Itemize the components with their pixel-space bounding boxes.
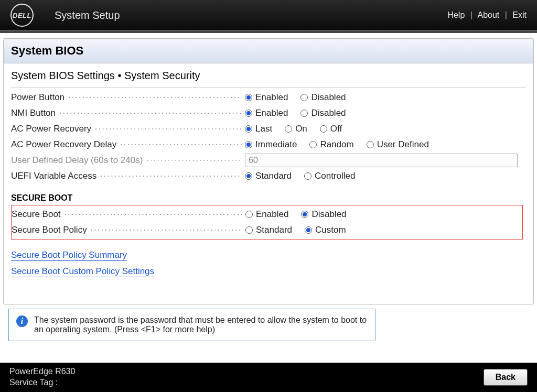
label-uefi-var-access: UEFI Variable Access bbox=[11, 171, 242, 181]
bios-card: System BIOS System BIOS Settings • Syste… bbox=[3, 38, 534, 304]
about-link[interactable]: About bbox=[477, 10, 499, 19]
exit-link[interactable]: Exit bbox=[512, 10, 527, 19]
service-tag-label: Service Tag : bbox=[9, 378, 58, 387]
radio-uefi-controlled[interactable]: Controlled bbox=[304, 171, 356, 181]
user-defined-delay-input bbox=[245, 154, 518, 167]
info-panel: i The system password is the password th… bbox=[8, 309, 375, 341]
label-secure-boot: Secure Boot bbox=[12, 209, 242, 220]
radio-delay-immediate[interactable]: Immediate bbox=[245, 139, 297, 150]
divider bbox=[0, 30, 537, 33]
radio-delay-random[interactable]: Random bbox=[309, 139, 353, 150]
radio-ac-last[interactable]: Last bbox=[245, 124, 272, 134]
label-nmi-button: NMI Button bbox=[11, 108, 242, 118]
settings-scroll-area[interactable]: Power Button Enabled Disabled NMI Button… bbox=[11, 87, 526, 297]
row-ac-recovery: AC Power Recovery Last On Off bbox=[11, 121, 523, 137]
top-links: Help | About | Exit bbox=[447, 10, 527, 20]
system-info: PowerEdge R630 Service Tag : bbox=[9, 366, 75, 388]
app-title: System Setup bbox=[55, 9, 120, 21]
radio-secureboot-disabled[interactable]: Disabled bbox=[301, 209, 346, 220]
radio-policy-custom[interactable]: Custom bbox=[305, 225, 346, 235]
bottom-bar: PowerEdge R630 Service Tag : Back bbox=[0, 363, 537, 392]
radio-policy-standard[interactable]: Standard bbox=[245, 225, 292, 235]
row-nmi-button: NMI Button Enabled Disabled bbox=[11, 105, 523, 121]
back-button[interactable]: Back bbox=[484, 369, 528, 386]
secure-boot-section-title: SECURE BOOT bbox=[11, 193, 523, 203]
row-secure-boot-policy: Secure Boot Policy Standard Custom bbox=[12, 222, 520, 238]
radio-ac-on[interactable]: On bbox=[285, 124, 307, 134]
info-text: The system password is the password that… bbox=[34, 315, 368, 334]
radio-power-button-disabled[interactable]: Disabled bbox=[300, 92, 346, 103]
card-title: System BIOS bbox=[4, 39, 533, 63]
row-ac-recovery-delay: AC Power Recovery Delay Immediate Random… bbox=[11, 137, 523, 153]
radio-uefi-standard[interactable]: Standard bbox=[245, 171, 292, 181]
label-secure-boot-policy: Secure Boot Policy bbox=[12, 225, 242, 235]
row-user-defined-delay: User Defined Delay (60s to 240s) bbox=[11, 153, 523, 168]
row-power-button: Power Button Enabled Disabled bbox=[11, 90, 523, 105]
help-link[interactable]: Help bbox=[447, 10, 465, 19]
breadcrumb: System BIOS Settings • System Security bbox=[11, 70, 526, 82]
radio-power-button-enabled[interactable]: Enabled bbox=[245, 92, 288, 103]
radio-ac-off[interactable]: Off bbox=[320, 124, 342, 134]
secure-boot-policy-summary-link[interactable]: Secure Boot Policy Summary bbox=[11, 250, 127, 261]
top-bar: DELL System Setup Help | About | Exit bbox=[0, 0, 537, 30]
row-secure-boot: Secure Boot Enabled Disabled bbox=[12, 206, 520, 222]
radio-nmi-disabled[interactable]: Disabled bbox=[300, 108, 346, 118]
opts-power-button: Enabled Disabled bbox=[242, 92, 523, 103]
label-ac-recovery: AC Power Recovery bbox=[11, 124, 242, 134]
row-uefi-var-access: UEFI Variable Access Standard Controlled bbox=[11, 168, 523, 184]
info-icon: i bbox=[16, 315, 28, 327]
model-name: PowerEdge R630 bbox=[9, 366, 75, 377]
radio-secureboot-enabled[interactable]: Enabled bbox=[245, 209, 288, 220]
radio-nmi-enabled[interactable]: Enabled bbox=[245, 108, 288, 118]
separator: | bbox=[505, 10, 507, 19]
secure-boot-custom-policy-link[interactable]: Secure Boot Custom Policy Settings bbox=[11, 266, 154, 277]
dell-logo: DELL bbox=[10, 4, 34, 27]
label-user-defined-delay: User Defined Delay (60s to 240s) bbox=[11, 155, 242, 166]
separator: | bbox=[470, 10, 472, 19]
label-ac-recovery-delay: AC Power Recovery Delay bbox=[11, 139, 242, 150]
label-power-button: Power Button bbox=[11, 92, 242, 103]
radio-delay-userdef[interactable]: User Defined bbox=[367, 139, 429, 150]
secure-boot-highlight: Secure Boot Enabled Disabled Secure Boot… bbox=[11, 205, 523, 239]
